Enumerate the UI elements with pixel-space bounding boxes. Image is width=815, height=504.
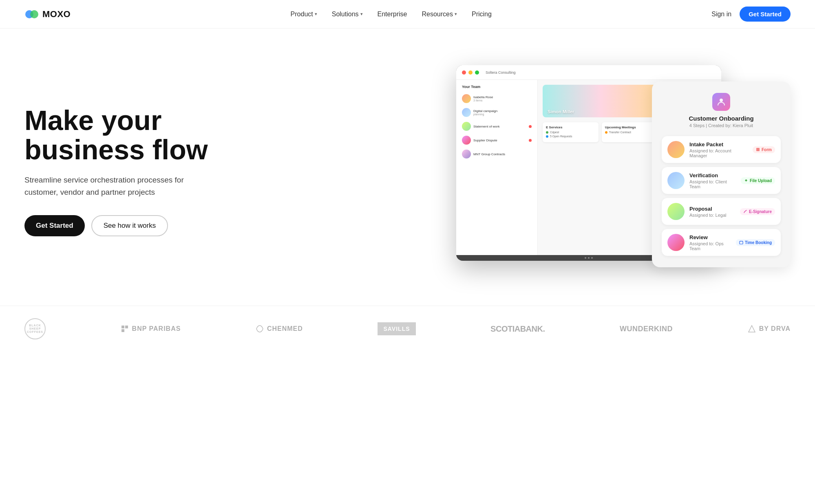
hero-content: Make your business flow Streamline servi…	[24, 106, 208, 236]
hero-section: Make your business flow Streamline servi…	[0, 29, 815, 306]
list-item: Review Assigned to: Ops Team Time Bookin…	[662, 229, 781, 256]
hero-visual: Soltera Consulting Your Team Isabella Ro…	[456, 65, 791, 277]
list-item: Isabella Rose 3 items	[460, 92, 533, 105]
logo-item: BNP PARIBAS	[121, 325, 181, 333]
hero-buttons: Get Started See how it works	[24, 215, 208, 236]
nav-links: Product ▾ Solutions ▾ Enterprise Resourc…	[291, 11, 492, 18]
monitor-card: E Services Cdpest 5 Open Requests	[543, 122, 599, 142]
svg-marker-10	[749, 326, 755, 332]
sign-in-link[interactable]: Sign in	[711, 11, 731, 18]
nav-solutions[interactable]: Solutions ▾	[332, 11, 363, 18]
get-started-nav-button[interactable]: Get Started	[740, 7, 791, 22]
avatar	[667, 172, 685, 189]
svg-rect-7	[121, 326, 124, 328]
logo-text: MOXO	[42, 9, 71, 20]
logo-item: Wunderkind	[620, 325, 673, 333]
bnp-icon	[121, 325, 129, 333]
logo-item: BLACKSHEEPCOFFEES	[24, 318, 46, 339]
monitor-sidebar: Your Team Isabella Rose 3 items Digita	[456, 80, 538, 255]
svg-rect-4	[740, 241, 743, 244]
status-badge: Time Booking	[736, 239, 775, 246]
monitor-card: Upcoming Meetings Transfer Contract	[602, 122, 658, 142]
nav-product[interactable]: Product ▾	[291, 11, 317, 18]
see-how-it-works-button[interactable]: See how it works	[91, 215, 168, 236]
bydrva-icon	[748, 325, 756, 333]
navbar: MOXO Product ▾ Solutions ▾ Enterprise Re…	[0, 0, 815, 29]
svg-point-2	[720, 99, 723, 102]
avatar	[667, 141, 685, 158]
list-item: Supplier Dispute	[460, 134, 533, 147]
chevron-down-icon: ▾	[360, 11, 363, 17]
onboarding-icon	[712, 93, 730, 111]
onboarding-header: Customer Onboarding 4 Steps | Created by…	[662, 93, 781, 128]
list-item: Statement of work	[460, 120, 533, 133]
get-started-button[interactable]: Get Started	[24, 215, 85, 236]
svg-point-1	[30, 10, 38, 18]
logo-item: Scotiabank.	[490, 324, 545, 334]
onboarding-items: Intake Packet Assigned to: Account Manag…	[662, 136, 781, 256]
notification-dot	[529, 139, 532, 142]
svg-rect-9	[121, 329, 124, 332]
svg-rect-8	[125, 326, 128, 328]
logo-item: ChenMed	[256, 325, 303, 333]
status-badge: Form	[753, 146, 775, 153]
list-item: MNT Group Contracts	[460, 147, 533, 161]
list-item: Proposal Assigned to: Legal E-Signature	[662, 198, 781, 225]
status-badge: File Upload	[741, 177, 775, 184]
onboarding-card: Customer Onboarding 4 Steps | Created by…	[652, 81, 791, 267]
hero-title: Make your business flow	[24, 106, 208, 164]
logo-circle: BLACKSHEEPCOFFEES	[24, 318, 46, 339]
avatar	[667, 234, 685, 251]
monitor-header-title: Soltera Consulting	[486, 70, 516, 75]
logo-item: savills	[378, 322, 415, 335]
monitor-top-bar: Soltera Consulting	[456, 65, 721, 80]
nav-resources[interactable]: Resources ▾	[422, 11, 457, 18]
logos-row: BLACKSHEEPCOFFEES BNP PARIBAS ChenMed sa…	[24, 318, 791, 339]
list-item: Verification Assigned to: Client Team Fi…	[662, 167, 781, 194]
chenmed-icon	[256, 325, 264, 333]
monitor-dot-red	[462, 70, 466, 75]
logo-icon	[24, 7, 39, 22]
chevron-down-icon: ▾	[315, 11, 317, 17]
logo[interactable]: MOXO	[24, 7, 71, 22]
notification-dot	[529, 125, 532, 128]
logos-section: BLACKSHEEPCOFFEES BNP PARIBAS ChenMed sa…	[0, 306, 815, 360]
nav-actions: Sign in Get Started	[711, 7, 791, 22]
status-badge: E-Signature	[740, 208, 775, 215]
monitor-dot-yellow	[468, 70, 473, 75]
list-item: Digital campaign planning	[460, 106, 533, 119]
logo-item: BY DRVA	[748, 325, 791, 333]
hero-subtitle: Streamline service orchestration process…	[24, 174, 188, 199]
chevron-down-icon: ▾	[455, 11, 457, 17]
monitor-dot-green	[475, 70, 479, 75]
avatar	[667, 203, 685, 220]
svg-rect-3	[756, 148, 760, 151]
list-item: Intake Packet Assigned to: Account Manag…	[662, 136, 781, 163]
nav-enterprise[interactable]: Enterprise	[378, 11, 407, 18]
savills-logo: savills	[378, 322, 415, 335]
nav-pricing[interactable]: Pricing	[472, 11, 492, 18]
